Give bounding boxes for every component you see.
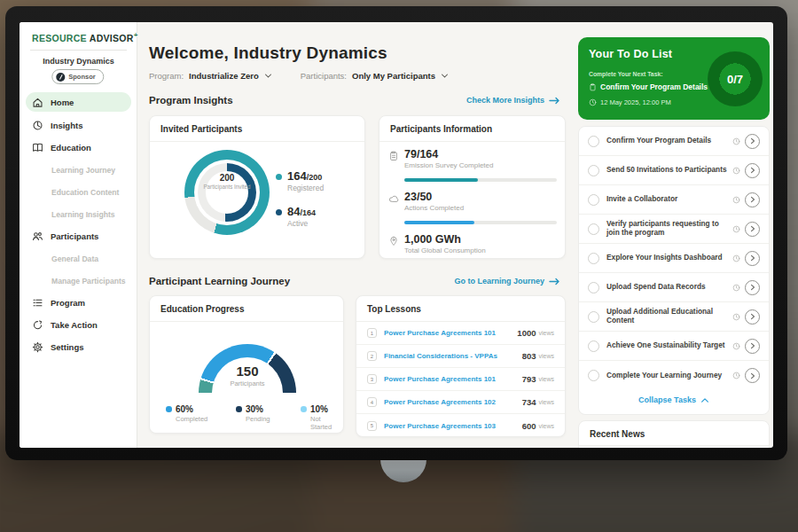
clock-icon bbox=[732, 225, 740, 233]
insights-icon bbox=[32, 120, 43, 131]
check-more-insights-link[interactable]: Check More Insights bbox=[466, 96, 560, 105]
gauge-center-value: 150 bbox=[203, 364, 292, 379]
lesson-row: 4 Power Purchase Agreements 102 734 view… bbox=[356, 391, 565, 414]
top-lessons-title: Top Lessons bbox=[356, 296, 565, 322]
lesson-views: 734 bbox=[522, 397, 536, 407]
task-row[interactable]: Complete Your Learning Journey bbox=[579, 361, 769, 390]
home-icon bbox=[32, 97, 43, 108]
task-checkbox[interactable] bbox=[588, 253, 599, 264]
sidebar-item-learning-insights[interactable]: Learning Insights bbox=[20, 203, 137, 225]
task-open-button[interactable] bbox=[745, 339, 760, 354]
list-icon bbox=[32, 297, 43, 309]
program-insights-heading: Program Insights bbox=[149, 95, 233, 106]
sidebar-divider bbox=[30, 50, 127, 51]
monitor-bezel: RESOURCE ADVISOR+ Industry Dynamics Spon… bbox=[5, 6, 787, 460]
sidebar-item-label: Learning Journey bbox=[51, 166, 115, 175]
lesson-link[interactable]: Power Purchase Agreements 101 bbox=[384, 375, 522, 383]
task-row[interactable]: Upload Additional Educational Content bbox=[579, 302, 769, 332]
task-checkbox[interactable] bbox=[588, 370, 599, 381]
pending-pct: 30% bbox=[246, 404, 270, 414]
lesson-link[interactable]: Power Purchase Agreements 103 bbox=[384, 422, 522, 430]
task-open-button[interactable] bbox=[745, 251, 760, 266]
task-checkbox[interactable] bbox=[588, 282, 599, 293]
todo-progress-value: 0/7 bbox=[727, 73, 743, 86]
lesson-views: 600 bbox=[522, 421, 536, 431]
task-checkbox[interactable] bbox=[588, 194, 599, 206]
sponsor-badge: Sponsor bbox=[51, 69, 104, 84]
sidebar-item-participants[interactable]: Participants bbox=[20, 225, 137, 247]
legend-completed: 60% Completed bbox=[166, 404, 207, 423]
task-row[interactable]: Verify participants requesting to join t… bbox=[579, 215, 769, 244]
todo-next-task: Confirm Your Program Details bbox=[589, 82, 708, 91]
task-row[interactable]: Invite a Collaborator bbox=[579, 185, 769, 215]
task-open-button[interactable] bbox=[745, 163, 760, 178]
sidebar-item-learning-journey[interactable]: Learning Journey bbox=[20, 159, 137, 181]
legend-registered: 164/200 Registered bbox=[276, 169, 324, 192]
task-open-button[interactable] bbox=[745, 134, 760, 149]
lesson-link[interactable]: Financial Considerations - VPPAs bbox=[384, 352, 522, 360]
chevron-down-icon[interactable] bbox=[264, 72, 272, 80]
views-suffix: views bbox=[538, 399, 554, 405]
lesson-link[interactable]: Power Purchase Agreements 102 bbox=[384, 398, 522, 406]
program-filter-value[interactable]: Industrialize Zero bbox=[189, 71, 259, 81]
todo-summary-card: Your To Do List Complete Your Next Task:… bbox=[578, 37, 770, 120]
task-row[interactable]: Send 50 Invitations to Participants bbox=[579, 156, 769, 185]
invited-participants-card: Invited Participants 200 Participants In… bbox=[149, 115, 365, 259]
clock-icon bbox=[732, 254, 740, 262]
task-open-button[interactable] bbox=[745, 280, 760, 295]
education-progress-title: Education Progress bbox=[150, 296, 343, 322]
collapse-tasks-link[interactable]: Collapse Tasks bbox=[579, 395, 769, 404]
task-checkbox[interactable] bbox=[588, 311, 599, 323]
chevron-right-icon bbox=[750, 167, 755, 174]
sidebar-item-general-data[interactable]: General Data bbox=[20, 247, 137, 270]
task-row[interactable]: Confirm Your Program Details bbox=[579, 127, 769, 156]
sidebar-item-education-content[interactable]: Education Content bbox=[20, 181, 137, 203]
not-started-pct: 10% bbox=[310, 404, 343, 414]
task-row[interactable]: Explore Your Insights Dashboard bbox=[579, 244, 769, 273]
sidebar-item-education[interactable]: Education bbox=[20, 137, 137, 159]
sponsor-medal-icon bbox=[56, 73, 65, 82]
pin-icon bbox=[388, 236, 399, 246]
go-to-learning-journey-link[interactable]: Go to Learning Journey bbox=[454, 277, 560, 286]
task-checkbox[interactable] bbox=[588, 136, 599, 147]
chevron-down-icon[interactable] bbox=[441, 72, 449, 80]
sidebar-item-insights[interactable]: Insights bbox=[20, 114, 137, 137]
sidebar-item-label: Take Action bbox=[51, 320, 98, 330]
clock-icon bbox=[732, 372, 740, 379]
task-checkbox[interactable] bbox=[588, 340, 599, 352]
registered-value: 164 bbox=[287, 169, 307, 183]
sidebar-item-home[interactable]: Home bbox=[26, 92, 131, 112]
lesson-row: 3 Power Purchase Agreements 101 793 view… bbox=[356, 368, 565, 391]
clock-icon bbox=[732, 284, 740, 292]
clock-icon bbox=[732, 313, 740, 321]
task-open-button[interactable] bbox=[745, 192, 760, 207]
task-row[interactable]: Achieve One Sustainability Target bbox=[579, 332, 769, 361]
org-name: Industry Dynamics bbox=[20, 57, 137, 66]
task-open-button[interactable] bbox=[745, 368, 760, 383]
participants-filter-value[interactable]: Only My Participants bbox=[352, 71, 435, 81]
task-label: Confirm Your Program Details bbox=[606, 137, 728, 145]
sidebar-item-take-action[interactable]: Take Action bbox=[20, 314, 137, 336]
chevron-right-icon bbox=[750, 342, 755, 349]
sidebar-item-label: Education bbox=[51, 143, 91, 153]
task-label: Explore Your Insights Dashboard bbox=[606, 254, 728, 262]
sidebar-item-program[interactable]: Program bbox=[20, 292, 137, 314]
clock-icon bbox=[589, 98, 597, 106]
lesson-link[interactable]: Power Purchase Agreements 101 bbox=[384, 329, 517, 337]
gauge-center-caption: Participants bbox=[203, 379, 292, 387]
arrow-right-icon bbox=[549, 278, 560, 286]
task-checkbox[interactable] bbox=[588, 165, 599, 176]
chevron-right-icon bbox=[750, 137, 755, 145]
task-row[interactable]: Upload Spend Data Records bbox=[579, 273, 769, 302]
sidebar-item-manage-participants[interactable]: Manage Participants bbox=[20, 270, 137, 292]
sidebar-item-settings[interactable]: Settings bbox=[20, 336, 137, 358]
task-open-button[interactable] bbox=[745, 222, 760, 237]
logo-advisor: ADVISOR bbox=[90, 33, 134, 43]
take-action-icon bbox=[32, 319, 43, 331]
consumption-label: Total Global Consumption bbox=[404, 246, 486, 254]
consumption-row: 1,000 GWh Total Global Consumption bbox=[388, 233, 486, 254]
task-open-button[interactable] bbox=[745, 309, 760, 325]
task-checkbox[interactable] bbox=[588, 223, 599, 235]
lesson-rank: 1 bbox=[367, 328, 377, 338]
emission-survey-progress bbox=[404, 178, 557, 182]
